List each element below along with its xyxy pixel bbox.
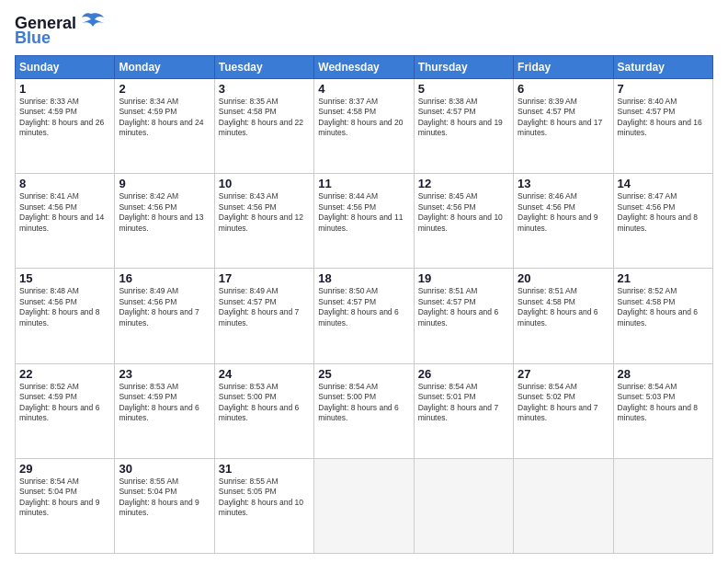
calendar-cell: 5 Sunrise: 8:38 AM Sunset: 4:57 PM Dayli… [414,79,513,174]
day-info: Sunrise: 8:51 AM Sunset: 4:58 PM Dayligh… [518,286,609,328]
day-info: Sunrise: 8:50 AM Sunset: 4:57 PM Dayligh… [318,286,409,328]
day-info: Sunrise: 8:41 AM Sunset: 4:56 PM Dayligh… [19,191,110,234]
calendar-cell: 1 Sunrise: 8:33 AM Sunset: 4:59 PM Dayli… [16,79,115,174]
weekday-header-monday: Monday [115,56,214,79]
day-number: 28 [618,367,709,381]
calendar-cell: 26 Sunrise: 8:54 AM Sunset: 5:01 PM Dayl… [414,363,513,458]
day-info: Sunrise: 8:49 AM Sunset: 4:56 PM Dayligh… [119,286,210,328]
day-info: Sunrise: 8:51 AM Sunset: 4:57 PM Dayligh… [418,286,509,328]
calendar-cell: 4 Sunrise: 8:37 AM Sunset: 4:58 PM Dayli… [314,79,414,174]
calendar-cell: 19 Sunrise: 8:51 AM Sunset: 4:57 PM Dayl… [414,269,513,363]
day-number: 21 [618,271,709,285]
day-number: 19 [418,271,509,285]
day-info: Sunrise: 8:55 AM Sunset: 5:04 PM Dayligh… [119,477,210,519]
day-info: Sunrise: 8:53 AM Sunset: 5:00 PM Dayligh… [219,382,310,424]
day-info: Sunrise: 8:54 AM Sunset: 5:00 PM Dayligh… [318,382,409,424]
week-row-2: 8 Sunrise: 8:41 AM Sunset: 4:56 PM Dayli… [16,174,713,269]
calendar-cell: 13 Sunrise: 8:46 AM Sunset: 4:56 PM Dayl… [514,174,613,269]
week-row-4: 22 Sunrise: 8:52 AM Sunset: 4:59 PM Dayl… [16,363,713,458]
calendar-container: General Blue SundayMondayTuesdayWednesda… [0,0,728,563]
day-info: Sunrise: 8:38 AM Sunset: 4:57 PM Dayligh… [418,97,509,139]
day-info: Sunrise: 8:48 AM Sunset: 4:56 PM Dayligh… [19,286,110,328]
day-info: Sunrise: 8:49 AM Sunset: 4:57 PM Dayligh… [219,286,310,328]
calendar-cell: 14 Sunrise: 8:47 AM Sunset: 4:56 PM Dayl… [613,174,712,269]
day-number: 29 [19,462,110,476]
day-info: Sunrise: 8:44 AM Sunset: 4:56 PM Dayligh… [318,191,409,234]
calendar-cell: 23 Sunrise: 8:53 AM Sunset: 4:59 PM Dayl… [115,363,214,458]
weekday-header-friday: Friday [514,56,613,79]
logo-bird-icon [78,12,104,30]
calendar-cell: 8 Sunrise: 8:41 AM Sunset: 4:56 PM Dayli… [16,174,115,269]
day-number: 3 [219,82,310,96]
calendar-cell: 10 Sunrise: 8:43 AM Sunset: 4:56 PM Dayl… [214,174,313,269]
week-row-3: 15 Sunrise: 8:48 AM Sunset: 4:56 PM Dayl… [16,269,713,363]
calendar-cell: 2 Sunrise: 8:34 AM Sunset: 4:59 PM Dayli… [115,79,214,174]
day-info: Sunrise: 8:40 AM Sunset: 4:57 PM Dayligh… [618,97,709,139]
weekday-header-tuesday: Tuesday [214,56,313,79]
day-info: Sunrise: 8:35 AM Sunset: 4:58 PM Dayligh… [219,97,310,139]
day-number: 24 [219,367,310,381]
day-info: Sunrise: 8:33 AM Sunset: 4:59 PM Dayligh… [19,97,110,139]
day-info: Sunrise: 8:52 AM Sunset: 4:58 PM Dayligh… [618,286,709,328]
calendar-cell: 30 Sunrise: 8:55 AM Sunset: 5:04 PM Dayl… [115,458,214,553]
day-number: 14 [618,177,709,190]
calendar-cell: 16 Sunrise: 8:49 AM Sunset: 4:56 PM Dayl… [115,269,214,363]
day-number: 20 [518,271,609,285]
calendar-cell: 25 Sunrise: 8:54 AM Sunset: 5:00 PM Dayl… [314,363,414,458]
day-info: Sunrise: 8:54 AM Sunset: 5:03 PM Dayligh… [618,382,709,424]
logo: General Blue [15,15,104,46]
day-number: 13 [518,177,609,190]
day-number: 4 [318,82,409,96]
day-info: Sunrise: 8:43 AM Sunset: 4:56 PM Dayligh… [219,191,310,234]
calendar-cell [314,458,414,553]
day-number: 1 [19,82,110,96]
day-info: Sunrise: 8:46 AM Sunset: 4:56 PM Dayligh… [518,191,609,234]
calendar-cell: 9 Sunrise: 8:42 AM Sunset: 4:56 PM Dayli… [115,174,214,269]
weekday-header-row: SundayMondayTuesdayWednesdayThursdayFrid… [16,56,713,79]
calendar-cell: 28 Sunrise: 8:54 AM Sunset: 5:03 PM Dayl… [613,363,712,458]
day-info: Sunrise: 8:54 AM Sunset: 5:01 PM Dayligh… [418,382,509,424]
day-info: Sunrise: 8:47 AM Sunset: 4:56 PM Dayligh… [618,191,709,234]
day-number: 8 [19,177,110,190]
day-number: 27 [518,367,609,381]
calendar-cell: 31 Sunrise: 8:55 AM Sunset: 5:05 PM Dayl… [214,458,313,553]
week-row-5: 29 Sunrise: 8:54 AM Sunset: 5:04 PM Dayl… [16,458,713,553]
header: General Blue [15,15,713,46]
day-number: 9 [119,177,210,190]
day-number: 18 [318,271,409,285]
day-number: 7 [618,82,709,96]
day-number: 31 [219,462,310,476]
day-number: 23 [119,367,210,381]
calendar-cell: 29 Sunrise: 8:54 AM Sunset: 5:04 PM Dayl… [16,458,115,553]
calendar-cell: 17 Sunrise: 8:49 AM Sunset: 4:57 PM Dayl… [214,269,313,363]
calendar-cell [514,458,613,553]
day-number: 25 [318,367,409,381]
day-number: 16 [119,271,210,285]
day-number: 30 [119,462,210,476]
calendar-cell: 22 Sunrise: 8:52 AM Sunset: 4:59 PM Dayl… [16,363,115,458]
day-info: Sunrise: 8:37 AM Sunset: 4:58 PM Dayligh… [318,97,409,139]
day-info: Sunrise: 8:39 AM Sunset: 4:57 PM Dayligh… [518,97,609,139]
calendar-cell [414,458,513,553]
calendar-cell: 12 Sunrise: 8:45 AM Sunset: 4:56 PM Dayl… [414,174,513,269]
day-number: 2 [119,82,210,96]
day-info: Sunrise: 8:34 AM Sunset: 4:59 PM Dayligh… [119,97,210,139]
weekday-header-saturday: Saturday [613,56,712,79]
calendar-cell: 24 Sunrise: 8:53 AM Sunset: 5:00 PM Dayl… [214,363,313,458]
weekday-header-wednesday: Wednesday [314,56,414,79]
calendar-cell: 15 Sunrise: 8:48 AM Sunset: 4:56 PM Dayl… [16,269,115,363]
day-info: Sunrise: 8:52 AM Sunset: 4:59 PM Dayligh… [19,382,110,424]
day-number: 17 [219,271,310,285]
day-number: 22 [19,367,110,381]
day-info: Sunrise: 8:54 AM Sunset: 5:04 PM Dayligh… [19,477,110,519]
day-number: 5 [418,82,509,96]
day-number: 15 [19,271,110,285]
day-number: 12 [418,177,509,190]
calendar-cell: 3 Sunrise: 8:35 AM Sunset: 4:58 PM Dayli… [214,79,313,174]
week-row-1: 1 Sunrise: 8:33 AM Sunset: 4:59 PM Dayli… [16,79,713,174]
calendar-table: SundayMondayTuesdayWednesdayThursdayFrid… [15,55,713,554]
day-number: 6 [518,82,609,96]
day-info: Sunrise: 8:45 AM Sunset: 4:56 PM Dayligh… [418,191,509,234]
calendar-cell [613,458,712,553]
day-number: 26 [418,367,509,381]
